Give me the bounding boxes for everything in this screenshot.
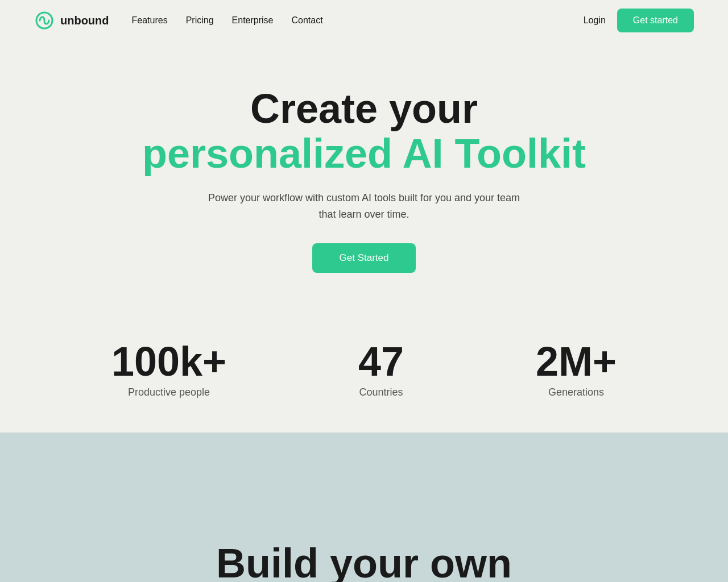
hero-title: Create your personalized AI Toolkit — [142, 86, 586, 176]
stat-number-1: 47 — [358, 341, 404, 382]
stat-label-0: Productive people — [128, 386, 210, 398]
login-button[interactable]: Login — [584, 15, 606, 26]
nav-link-features[interactable]: Features — [132, 15, 168, 26]
hero-section: Create your personalized AI Toolkit Powe… — [0, 41, 728, 307]
stat-generations: 2M+ Generations — [536, 341, 617, 398]
stat-productive-people: 100k+ Productive people — [111, 341, 226, 398]
stat-number-2: 2M+ — [536, 341, 617, 382]
hero-title-line2: personalized AI Toolkit — [142, 131, 586, 176]
nav-link-enterprise[interactable]: Enterprise — [232, 15, 274, 26]
logo-icon — [34, 10, 55, 31]
stat-label-2: Generations — [548, 386, 604, 398]
hero-title-line1: Create your — [250, 86, 478, 131]
hero-cta-button[interactable]: Get Started — [312, 243, 416, 273]
get-started-nav-button[interactable]: Get started — [617, 9, 694, 32]
nav-left: unbound Features Pricing Enterprise Cont… — [34, 10, 323, 31]
lower-section: Build your own — [0, 433, 728, 582]
stat-label-1: Countries — [359, 386, 403, 398]
stat-countries: 47 Countries — [358, 341, 404, 398]
navbar: unbound Features Pricing Enterprise Cont… — [0, 0, 728, 41]
stat-number-0: 100k+ — [111, 341, 226, 382]
nav-link-pricing[interactable]: Pricing — [186, 15, 214, 26]
build-title: Build your own — [216, 541, 512, 582]
nav-links: Features Pricing Enterprise Contact — [132, 15, 323, 26]
brand-name: unbound — [60, 14, 109, 27]
nav-right: Login Get started — [584, 9, 694, 32]
hero-subtitle: Power your workflow with custom AI tools… — [205, 190, 523, 223]
nav-link-contact[interactable]: Contact — [292, 15, 323, 26]
logo[interactable]: unbound — [34, 10, 109, 31]
stats-section: 100k+ Productive people 47 Countries 2M+… — [0, 307, 728, 433]
